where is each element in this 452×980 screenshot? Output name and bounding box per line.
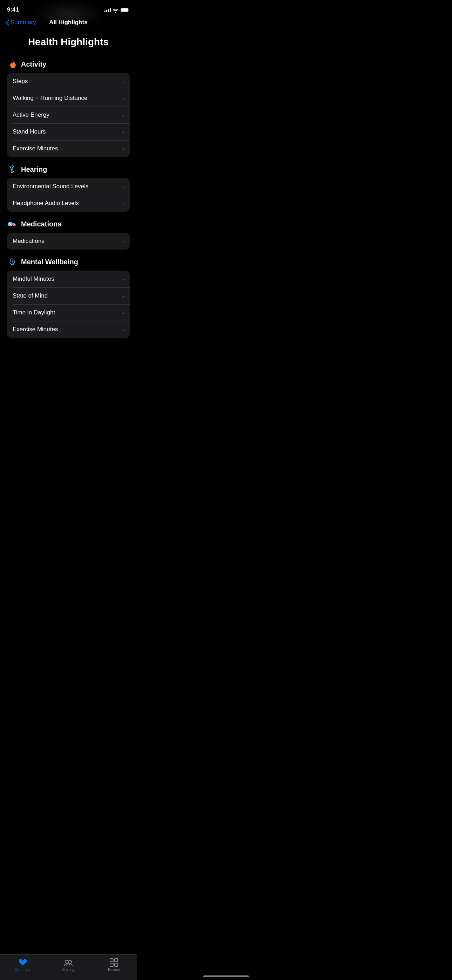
status-bar: 9:41: [0, 0, 137, 18]
chevron-icon: ›: [122, 112, 124, 118]
active-energy-item[interactable]: Active Energy ›: [7, 107, 130, 123]
status-icons: [104, 8, 130, 12]
medications-section-title: Medications: [21, 220, 62, 228]
back-button[interactable]: Summary: [6, 19, 36, 26]
chevron-icon: ›: [122, 293, 124, 299]
steps-item[interactable]: Steps ›: [7, 73, 130, 90]
svg-point-2: [12, 171, 14, 172]
state-of-mind-item[interactable]: State of Mind ›: [7, 287, 130, 304]
signal-icon: [104, 8, 111, 12]
battery-icon: [121, 8, 130, 12]
medications-list: Medications ›: [7, 233, 130, 250]
chevron-icon: ›: [122, 184, 124, 189]
svg-point-8: [11, 261, 13, 262]
time-in-daylight-item[interactable]: Time in Daylight ›: [7, 304, 130, 321]
exercise-minutes-mental-item[interactable]: Exercise Minutes ›: [7, 321, 130, 338]
chevron-icon: ›: [122, 146, 124, 152]
page-title: Health Highlights: [7, 32, 130, 56]
chevron-icon: ›: [122, 238, 124, 244]
back-label: Summary: [11, 19, 36, 26]
mental-wellbeing-section-title: Mental Wellbeing: [21, 258, 78, 266]
stand-hours-item[interactable]: Stand Hours ›: [7, 123, 130, 140]
brain-icon: [7, 256, 18, 267]
chevron-icon: ›: [122, 78, 124, 84]
chevron-icon: ›: [122, 200, 124, 207]
wifi-icon: [113, 8, 118, 12]
nav-title: All Highlights: [49, 19, 88, 26]
section-header-mental: Mental Wellbeing: [7, 256, 130, 267]
walking-running-item[interactable]: Walking + Running Distance ›: [7, 90, 130, 107]
chevron-icon: ›: [122, 95, 124, 101]
mindful-minutes-item[interactable]: Mindful Minutes ›: [7, 270, 130, 287]
hearing-section-title: Hearing: [21, 165, 47, 173]
chevron-icon: ›: [122, 327, 124, 332]
exercise-minutes-item[interactable]: Exercise Minutes ›: [7, 140, 130, 157]
activity-list: Steps › Walking + Running Distance › Act…: [7, 73, 130, 157]
flame-icon: [7, 59, 18, 69]
ear-icon: [7, 164, 18, 175]
svg-rect-1: [121, 8, 128, 11]
status-time: 9:41: [7, 6, 19, 13]
medications-icon: [7, 219, 18, 229]
headphone-audio-item[interactable]: Headphone Audio Levels ›: [7, 195, 130, 212]
section-header-activity: Activity: [7, 59, 130, 69]
chevron-icon: ›: [122, 129, 124, 135]
env-sound-item[interactable]: Environmental Sound Levels ›: [7, 178, 130, 195]
nav-bar: Summary All Highlights: [0, 18, 137, 29]
section-header-hearing: Hearing: [7, 164, 130, 175]
medications-item[interactable]: Medications ›: [7, 233, 130, 250]
activity-section-title: Activity: [21, 60, 46, 68]
mental-list: Mindful Minutes › State of Mind › Time i…: [7, 270, 130, 338]
main-content: Health Highlights Activity Steps › Walki…: [0, 29, 137, 380]
section-header-medications: Medications: [7, 219, 130, 229]
chevron-icon: ›: [122, 310, 124, 316]
hearing-list: Environmental Sound Levels › Headphone A…: [7, 178, 130, 212]
chevron-icon: ›: [122, 276, 124, 282]
